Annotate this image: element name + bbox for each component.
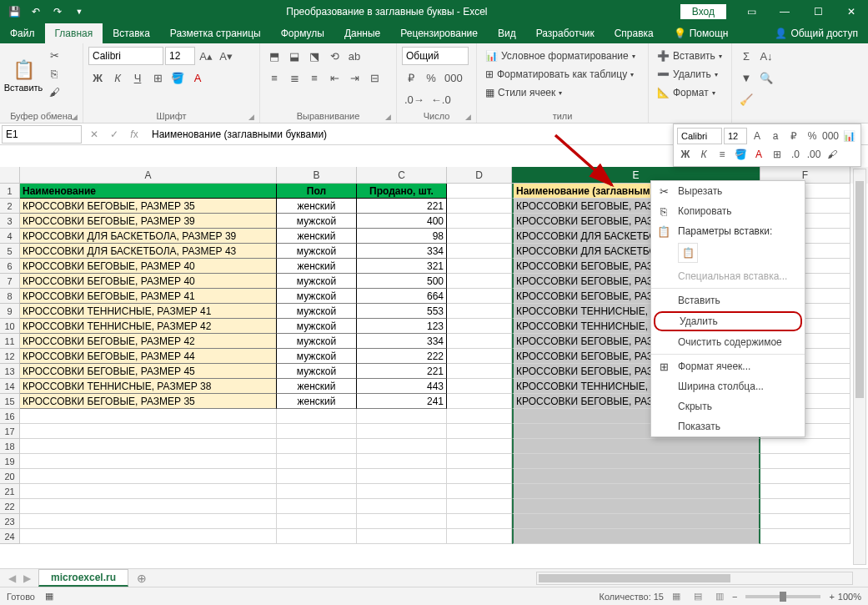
tab-layout[interactable]: Разметка страницы (160, 23, 271, 43)
cell[interactable] (20, 454, 277, 469)
wrap-text-icon[interactable]: ab (345, 47, 364, 65)
cell[interactable]: Наименование (20, 184, 277, 199)
cell[interactable] (760, 439, 850, 454)
tab-data[interactable]: Данные (334, 23, 390, 43)
cell[interactable]: 664 (357, 289, 447, 304)
cell[interactable]: мужской (277, 319, 357, 334)
cell[interactable] (447, 454, 512, 469)
cell[interactable]: женский (277, 199, 357, 214)
normal-view-icon[interactable]: ▦ (667, 588, 685, 605)
row-header[interactable]: 24 (0, 529, 20, 544)
find-icon[interactable]: 🔍 (757, 68, 775, 87)
macro-icon[interactable]: ▦ (45, 591, 53, 602)
cell[interactable]: 500 (357, 274, 447, 289)
cell[interactable]: 221 (357, 364, 447, 379)
mini-align-icon[interactable]: ≡ (714, 146, 730, 163)
italic-icon[interactable]: К (108, 68, 127, 87)
vertical-scrollbar[interactable] (853, 169, 866, 565)
cell[interactable]: 334 (357, 244, 447, 259)
cell[interactable]: КРОССОВКИ ДЛЯ БАСКЕТБОЛА, РАЗМЕР 39 (20, 229, 277, 244)
row-header[interactable]: 10 (0, 319, 20, 334)
decrease-decimal-icon[interactable]: ←.0 (429, 90, 454, 108)
mini-cond-icon[interactable]: 📊 (840, 128, 857, 144)
format-painter-icon[interactable]: 🖌 (45, 83, 63, 100)
align-right-icon[interactable]: ≡ (305, 68, 324, 87)
tab-home[interactable]: Главная (45, 23, 103, 43)
align-top-icon[interactable]: ⬒ (265, 47, 283, 65)
cell[interactable] (447, 214, 512, 229)
insert-cells-button[interactable]: ➕Вставить▾ (654, 47, 725, 65)
cell[interactable]: КРОССОВКИ БЕГОВЫЕ, РАЗМЕР 41 (20, 289, 277, 304)
col-header-C[interactable]: C (357, 167, 447, 184)
col-header-B[interactable]: B (277, 167, 357, 184)
cell[interactable] (447, 439, 512, 454)
redo-icon[interactable]: ↷ (48, 3, 67, 21)
mini-fill-icon[interactable]: 🪣 (732, 146, 749, 163)
cell[interactable]: мужской (277, 274, 357, 289)
row-header[interactable]: 15 (0, 394, 20, 409)
cell[interactable] (277, 454, 357, 469)
tab-tellme[interactable]: 💡Помощн (664, 23, 739, 43)
clear-icon[interactable]: 🧹 (737, 90, 755, 108)
cell[interactable] (277, 469, 357, 484)
name-box[interactable]: E1 (2, 125, 82, 144)
mini-italic-icon[interactable]: К (695, 146, 712, 163)
select-all-corner[interactable] (0, 167, 20, 184)
cell[interactable] (277, 409, 357, 424)
cell[interactable] (357, 529, 447, 544)
cell-styles-button[interactable]: ▦Стили ячеек▾ (482, 83, 639, 102)
minimize-icon[interactable]: — (768, 0, 801, 23)
increase-indent-icon[interactable]: ⇥ (345, 68, 364, 87)
cell[interactable] (357, 514, 447, 529)
row-header[interactable]: 21 (0, 484, 20, 499)
mini-dec0-icon[interactable]: .0 (787, 146, 804, 163)
ctx-copy[interactable]: ⎘Копировать (651, 201, 805, 221)
cancel-formula-icon[interactable]: ✕ (85, 125, 103, 144)
cell[interactable] (277, 484, 357, 499)
row-header[interactable]: 8 (0, 289, 20, 304)
row-header[interactable]: 7 (0, 274, 20, 289)
cell[interactable] (447, 394, 512, 409)
underline-icon[interactable]: Ч (128, 68, 147, 87)
cell[interactable] (447, 304, 512, 319)
cell[interactable]: КРОССОВКИ БЕГОВЫЕ, РАЗМЕР 39 (20, 214, 277, 229)
mini-dec1-icon[interactable]: .00 (805, 146, 822, 163)
cell[interactable]: 321 (357, 259, 447, 274)
number-format-combo[interactable]: Общий (402, 47, 469, 65)
cell[interactable] (20, 409, 277, 424)
close-icon[interactable]: ✕ (835, 0, 868, 23)
cell[interactable]: женский (277, 394, 357, 409)
fx-icon[interactable]: fx (125, 125, 143, 144)
format-cells-button[interactable]: 📐Формат▾ (654, 83, 725, 102)
next-sheet-icon[interactable]: ▶ (20, 571, 33, 586)
cell[interactable] (447, 184, 512, 199)
cell[interactable]: КРОССОВКИ БЕГОВЫЕ, РАЗМЕР 40 (20, 259, 277, 274)
cell[interactable]: КРОССОВКИ БЕГОВЫЕ, РАЗМЕР 35 (20, 394, 277, 409)
mini-font-combo[interactable]: Calibri (677, 128, 722, 144)
cell[interactable]: 98 (357, 229, 447, 244)
cell[interactable] (760, 529, 850, 544)
decrease-indent-icon[interactable]: ⇤ (325, 68, 344, 87)
mini-grow-icon[interactable]: A (749, 128, 765, 144)
cell[interactable] (447, 289, 512, 304)
ctx-cut[interactable]: ✂Вырезать (651, 181, 805, 201)
cell[interactable] (760, 514, 850, 529)
cell[interactable]: КРОССОВКИ БЕГОВЫЕ, РАЗМЕР 40 (20, 274, 277, 289)
row-header[interactable]: 20 (0, 469, 20, 484)
percent-icon[interactable]: % (422, 68, 440, 87)
save-icon[interactable]: 💾 (5, 3, 23, 21)
cell[interactable]: женский (277, 259, 357, 274)
paste-button[interactable]: 📋 Вставить (5, 47, 42, 105)
zoom-out-icon[interactable]: − (732, 592, 737, 602)
zoom-slider[interactable] (745, 595, 820, 598)
ctx-col-width[interactable]: Ширина столбца... (651, 376, 805, 396)
tab-help[interactable]: Справка (605, 23, 664, 43)
cell[interactable] (20, 499, 277, 514)
ctx-hide[interactable]: Скрыть (651, 396, 805, 416)
row-header[interactable]: 12 (0, 349, 20, 364)
cut-icon[interactable]: ✂ (45, 47, 63, 63)
cell[interactable]: КРОССОВКИ ТЕННИСНЫЕ, РАЗМЕР 38 (20, 379, 277, 394)
sheet-tab[interactable]: microexcel.ru (38, 569, 128, 587)
cell[interactable] (447, 229, 512, 244)
cell[interactable]: КРОССОВКИ ТЕННИСНЫЕ, РАЗМЕР 42 (20, 319, 277, 334)
